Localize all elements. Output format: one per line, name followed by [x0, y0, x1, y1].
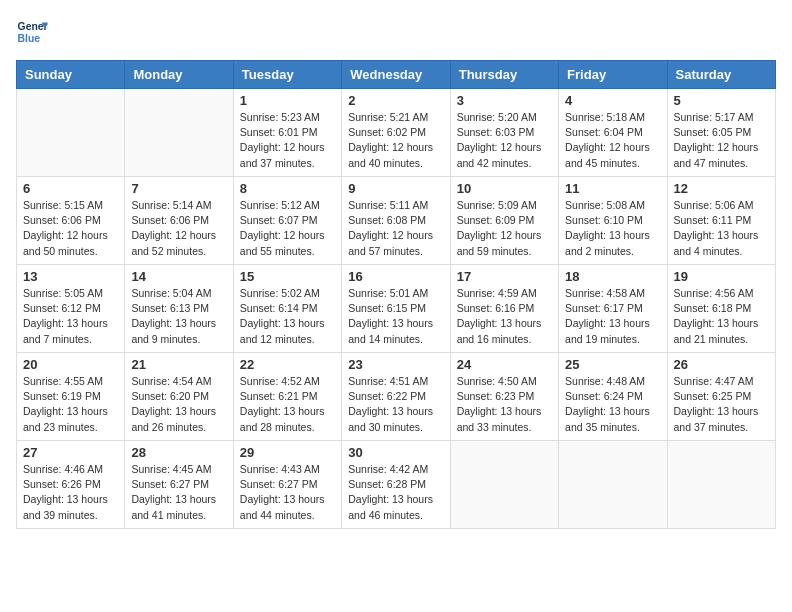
day-info: Sunrise: 5:08 AM Sunset: 6:10 PM Dayligh…: [565, 198, 660, 259]
day-info: Sunrise: 4:52 AM Sunset: 6:21 PM Dayligh…: [240, 374, 335, 435]
day-info: Sunrise: 4:42 AM Sunset: 6:28 PM Dayligh…: [348, 462, 443, 523]
day-cell: 3Sunrise: 5:20 AM Sunset: 6:03 PM Daylig…: [450, 89, 558, 177]
header-monday: Monday: [125, 61, 233, 89]
day-number: 30: [348, 445, 443, 460]
day-cell: 19Sunrise: 4:56 AM Sunset: 6:18 PM Dayli…: [667, 265, 775, 353]
day-info: Sunrise: 5:01 AM Sunset: 6:15 PM Dayligh…: [348, 286, 443, 347]
day-info: Sunrise: 4:56 AM Sunset: 6:18 PM Dayligh…: [674, 286, 769, 347]
day-number: 16: [348, 269, 443, 284]
day-cell: [125, 89, 233, 177]
day-number: 8: [240, 181, 335, 196]
header-sunday: Sunday: [17, 61, 125, 89]
day-cell: 2Sunrise: 5:21 AM Sunset: 6:02 PM Daylig…: [342, 89, 450, 177]
page-header: General Blue: [16, 16, 776, 48]
day-cell: [559, 441, 667, 529]
day-cell: 26Sunrise: 4:47 AM Sunset: 6:25 PM Dayli…: [667, 353, 775, 441]
day-cell: 27Sunrise: 4:46 AM Sunset: 6:26 PM Dayli…: [17, 441, 125, 529]
day-info: Sunrise: 4:45 AM Sunset: 6:27 PM Dayligh…: [131, 462, 226, 523]
day-cell: 20Sunrise: 4:55 AM Sunset: 6:19 PM Dayli…: [17, 353, 125, 441]
day-cell: 7Sunrise: 5:14 AM Sunset: 6:06 PM Daylig…: [125, 177, 233, 265]
day-cell: 4Sunrise: 5:18 AM Sunset: 6:04 PM Daylig…: [559, 89, 667, 177]
day-info: Sunrise: 5:21 AM Sunset: 6:02 PM Dayligh…: [348, 110, 443, 171]
day-info: Sunrise: 4:48 AM Sunset: 6:24 PM Dayligh…: [565, 374, 660, 435]
week-row-4: 20Sunrise: 4:55 AM Sunset: 6:19 PM Dayli…: [17, 353, 776, 441]
day-number: 21: [131, 357, 226, 372]
header-wednesday: Wednesday: [342, 61, 450, 89]
day-cell: 12Sunrise: 5:06 AM Sunset: 6:11 PM Dayli…: [667, 177, 775, 265]
day-cell: 13Sunrise: 5:05 AM Sunset: 6:12 PM Dayli…: [17, 265, 125, 353]
day-cell: 21Sunrise: 4:54 AM Sunset: 6:20 PM Dayli…: [125, 353, 233, 441]
day-number: 9: [348, 181, 443, 196]
day-cell: 11Sunrise: 5:08 AM Sunset: 6:10 PM Dayli…: [559, 177, 667, 265]
day-number: 26: [674, 357, 769, 372]
day-cell: 23Sunrise: 4:51 AM Sunset: 6:22 PM Dayli…: [342, 353, 450, 441]
day-cell: 30Sunrise: 4:42 AM Sunset: 6:28 PM Dayli…: [342, 441, 450, 529]
week-row-5: 27Sunrise: 4:46 AM Sunset: 6:26 PM Dayli…: [17, 441, 776, 529]
day-info: Sunrise: 5:14 AM Sunset: 6:06 PM Dayligh…: [131, 198, 226, 259]
header-saturday: Saturday: [667, 61, 775, 89]
day-cell: 10Sunrise: 5:09 AM Sunset: 6:09 PM Dayli…: [450, 177, 558, 265]
day-info: Sunrise: 5:15 AM Sunset: 6:06 PM Dayligh…: [23, 198, 118, 259]
day-cell: 5Sunrise: 5:17 AM Sunset: 6:05 PM Daylig…: [667, 89, 775, 177]
day-cell: 24Sunrise: 4:50 AM Sunset: 6:23 PM Dayli…: [450, 353, 558, 441]
day-number: 3: [457, 93, 552, 108]
day-number: 18: [565, 269, 660, 284]
day-info: Sunrise: 5:02 AM Sunset: 6:14 PM Dayligh…: [240, 286, 335, 347]
day-info: Sunrise: 5:11 AM Sunset: 6:08 PM Dayligh…: [348, 198, 443, 259]
day-cell: 18Sunrise: 4:58 AM Sunset: 6:17 PM Dayli…: [559, 265, 667, 353]
day-number: 22: [240, 357, 335, 372]
day-info: Sunrise: 4:51 AM Sunset: 6:22 PM Dayligh…: [348, 374, 443, 435]
day-cell: 1Sunrise: 5:23 AM Sunset: 6:01 PM Daylig…: [233, 89, 341, 177]
week-row-2: 6Sunrise: 5:15 AM Sunset: 6:06 PM Daylig…: [17, 177, 776, 265]
header-friday: Friday: [559, 61, 667, 89]
day-number: 14: [131, 269, 226, 284]
day-cell: 9Sunrise: 5:11 AM Sunset: 6:08 PM Daylig…: [342, 177, 450, 265]
day-number: 5: [674, 93, 769, 108]
day-info: Sunrise: 5:18 AM Sunset: 6:04 PM Dayligh…: [565, 110, 660, 171]
logo: General Blue: [16, 16, 52, 48]
day-info: Sunrise: 5:17 AM Sunset: 6:05 PM Dayligh…: [674, 110, 769, 171]
day-info: Sunrise: 4:59 AM Sunset: 6:16 PM Dayligh…: [457, 286, 552, 347]
day-number: 20: [23, 357, 118, 372]
day-cell: 14Sunrise: 5:04 AM Sunset: 6:13 PM Dayli…: [125, 265, 233, 353]
week-row-3: 13Sunrise: 5:05 AM Sunset: 6:12 PM Dayli…: [17, 265, 776, 353]
day-number: 2: [348, 93, 443, 108]
day-info: Sunrise: 5:05 AM Sunset: 6:12 PM Dayligh…: [23, 286, 118, 347]
day-number: 17: [457, 269, 552, 284]
day-cell: 8Sunrise: 5:12 AM Sunset: 6:07 PM Daylig…: [233, 177, 341, 265]
day-number: 11: [565, 181, 660, 196]
day-number: 10: [457, 181, 552, 196]
day-info: Sunrise: 4:47 AM Sunset: 6:25 PM Dayligh…: [674, 374, 769, 435]
day-cell: [17, 89, 125, 177]
day-info: Sunrise: 5:04 AM Sunset: 6:13 PM Dayligh…: [131, 286, 226, 347]
day-info: Sunrise: 5:09 AM Sunset: 6:09 PM Dayligh…: [457, 198, 552, 259]
day-number: 1: [240, 93, 335, 108]
day-cell: [667, 441, 775, 529]
day-cell: 6Sunrise: 5:15 AM Sunset: 6:06 PM Daylig…: [17, 177, 125, 265]
day-cell: 28Sunrise: 4:45 AM Sunset: 6:27 PM Dayli…: [125, 441, 233, 529]
day-number: 19: [674, 269, 769, 284]
day-cell: 15Sunrise: 5:02 AM Sunset: 6:14 PM Dayli…: [233, 265, 341, 353]
day-number: 7: [131, 181, 226, 196]
day-info: Sunrise: 4:46 AM Sunset: 6:26 PM Dayligh…: [23, 462, 118, 523]
day-info: Sunrise: 4:54 AM Sunset: 6:20 PM Dayligh…: [131, 374, 226, 435]
day-cell: 25Sunrise: 4:48 AM Sunset: 6:24 PM Dayli…: [559, 353, 667, 441]
day-number: 27: [23, 445, 118, 460]
day-number: 6: [23, 181, 118, 196]
day-number: 25: [565, 357, 660, 372]
header-tuesday: Tuesday: [233, 61, 341, 89]
calendar-table: Sunday Monday Tuesday Wednesday Thursday…: [16, 60, 776, 529]
day-cell: 22Sunrise: 4:52 AM Sunset: 6:21 PM Dayli…: [233, 353, 341, 441]
day-number: 4: [565, 93, 660, 108]
day-info: Sunrise: 4:55 AM Sunset: 6:19 PM Dayligh…: [23, 374, 118, 435]
day-info: Sunrise: 4:58 AM Sunset: 6:17 PM Dayligh…: [565, 286, 660, 347]
day-cell: 29Sunrise: 4:43 AM Sunset: 6:27 PM Dayli…: [233, 441, 341, 529]
day-info: Sunrise: 4:50 AM Sunset: 6:23 PM Dayligh…: [457, 374, 552, 435]
day-number: 24: [457, 357, 552, 372]
day-info: Sunrise: 5:06 AM Sunset: 6:11 PM Dayligh…: [674, 198, 769, 259]
day-cell: 17Sunrise: 4:59 AM Sunset: 6:16 PM Dayli…: [450, 265, 558, 353]
day-number: 29: [240, 445, 335, 460]
day-info: Sunrise: 4:43 AM Sunset: 6:27 PM Dayligh…: [240, 462, 335, 523]
day-number: 13: [23, 269, 118, 284]
day-number: 15: [240, 269, 335, 284]
